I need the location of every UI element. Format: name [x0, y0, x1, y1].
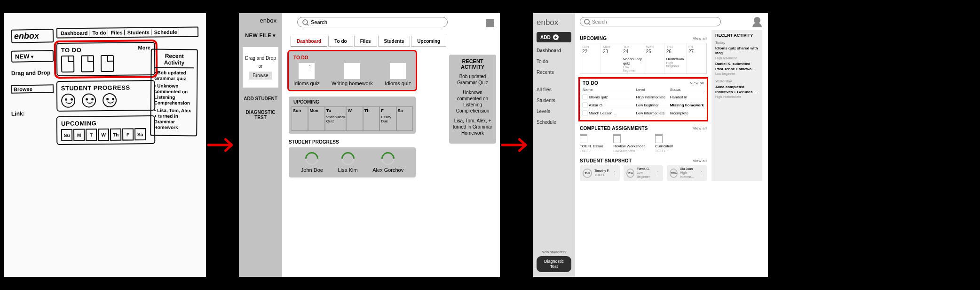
day-cell: Sa: [134, 128, 146, 140]
document-icon[interactable]: [81, 55, 94, 72]
avatar-icon[interactable]: [187, 27, 196, 36]
face-icon[interactable]: [82, 93, 96, 107]
table-row[interactable]: Idioms quizHigh intermediateHanded in: [583, 93, 704, 101]
search-icon: [584, 19, 590, 24]
activity-item: Lisa, Tom, Alex, + turned in Grammar Hom…: [453, 118, 492, 136]
document-icon: [580, 134, 587, 143]
progress-ring-icon: 13%: [626, 169, 634, 178]
view-all-link[interactable]: View all: [693, 126, 707, 130]
progress-ring-icon: 30%: [583, 169, 592, 178]
progress-arc-icon: [303, 149, 322, 168]
snapshot-item[interactable]: 13%Flavia G.Low Beginner⋮: [624, 165, 664, 181]
nav-recents[interactable]: Recents: [537, 70, 571, 75]
search-field[interactable]: [592, 19, 717, 24]
browse-button[interactable]: Browse: [249, 72, 272, 80]
more-icon[interactable]: ⋮: [612, 170, 617, 176]
activity-group-label: Today: [715, 40, 759, 45]
tab-students[interactable]: Students: [126, 29, 151, 35]
student-item[interactable]: Alex Gorchov: [372, 152, 403, 173]
tab-files[interactable]: Files: [110, 30, 125, 35]
assignment-item[interactable]: Review WorksheetLow Advanced: [613, 134, 645, 153]
face-icon[interactable]: [103, 93, 117, 107]
assignment-item[interactable]: TOEFL EssayTOEFL: [580, 134, 603, 153]
upcoming-header: UPCOMINGView all: [580, 36, 707, 41]
plus-icon: +: [553, 34, 559, 40]
new-button[interactable]: NEW: [11, 50, 54, 63]
tab-todo[interactable]: To do: [91, 30, 108, 35]
day-cell: Tue24Vocabulary quizLow beginner: [621, 43, 644, 73]
view-all-link[interactable]: View all: [693, 36, 707, 40]
document-icon[interactable]: [101, 55, 114, 72]
new-file-button[interactable]: NEW FILE ▾: [245, 32, 276, 39]
tab-upcoming[interactable]: Upcoming: [411, 36, 446, 47]
table-row[interactable]: March Lesson...Low intermediateIncomplet…: [583, 109, 704, 117]
todo-item[interactable]: Idioms quiz: [385, 63, 411, 86]
view-all-link[interactable]: View all: [690, 81, 704, 85]
tab-dashboard[interactable]: Dashboard: [59, 30, 90, 36]
tab-todo[interactable]: To do: [328, 36, 353, 47]
todo-header: TO DOView all: [583, 81, 704, 86]
day-cell: Th: [110, 129, 121, 141]
snapshot-header: STUDENT SNAPSHOTView all: [580, 158, 707, 163]
assignment-item[interactable]: CurriculumTOEFL: [655, 134, 673, 153]
todo-block: TO DO Idioms quiz Writing homework Idiom…: [289, 51, 416, 90]
nav-students[interactable]: Students: [537, 98, 571, 103]
add-student-link[interactable]: ADD STUDENT: [244, 96, 277, 101]
day-cell: Mon23: [601, 43, 621, 73]
nav-schedule[interactable]: Schedule: [537, 120, 571, 125]
search-input[interactable]: Search: [297, 17, 448, 27]
avatar-icon[interactable]: [754, 17, 762, 25]
progress-ring-icon: 82%: [670, 169, 678, 178]
student-progress-card: Student Progress: [56, 80, 156, 112]
drag-drop-label: Drag and Drop: [245, 56, 276, 61]
view-all-link[interactable]: View all: [693, 159, 707, 163]
brand-logo: enbox: [11, 29, 54, 43]
activity-item: Lisa, Tom, Alex + turned in Grammar Home…: [154, 108, 193, 131]
more-icon[interactable]: ⋮: [699, 170, 704, 176]
upcoming-card: Upcoming Su M T W Th F Sa: [56, 115, 156, 145]
document-icon: [655, 134, 663, 143]
table-row[interactable]: Askar O.Low beginnerMissing homework: [583, 101, 704, 109]
arrow-icon: [500, 129, 533, 161]
day-cell: T: [86, 129, 97, 141]
more-link[interactable]: More: [138, 45, 150, 50]
todo-card: To Do More: [56, 42, 156, 76]
progress-arc-icon: [379, 149, 397, 168]
nav-dashboard[interactable]: Dashboard: [537, 48, 571, 53]
tabs-bar: Dashboard To do Files Students Schedule: [56, 26, 198, 38]
student-item[interactable]: John Doe: [301, 152, 323, 173]
tab-students[interactable]: Students: [378, 36, 411, 47]
tab-dashboard[interactable]: Dashboard: [291, 36, 327, 47]
tab-files[interactable]: Files: [354, 36, 377, 47]
search-input[interactable]: [580, 17, 721, 26]
diagnostic-prompt: New students?: [537, 250, 571, 254]
tab-schedule[interactable]: Schedule: [153, 29, 179, 35]
nav-todo[interactable]: To do: [537, 59, 571, 64]
browse-button[interactable]: Browse: [11, 84, 54, 94]
drag-drop-label: Drag and Drop: [11, 69, 54, 77]
student-item[interactable]: Lisa Kim: [338, 152, 357, 173]
activity-group-label: Yesterday: [715, 79, 759, 83]
add-button[interactable]: ADD+: [537, 32, 571, 42]
nav-allfiles[interactable]: All files: [537, 87, 571, 92]
recent-activity-title: Recent Activity: [154, 53, 194, 69]
avatar-icon[interactable]: [486, 19, 494, 27]
day-cell: TuVocabulary Quiz: [325, 106, 347, 131]
brand-logo: enbox: [537, 18, 571, 27]
document-icon: [390, 63, 406, 79]
document-icon[interactable]: [61, 56, 74, 72]
face-icon[interactable]: [61, 94, 75, 108]
snapshot-item[interactable]: 82%Xiu JuanHigh Interme...⋮: [667, 165, 707, 181]
todo-item[interactable]: Writing homework: [332, 63, 373, 86]
diagnostic-link[interactable]: DIAGNOSTIC TEST: [242, 110, 279, 120]
activity-item: Unknown commented on Listening Comprehen…: [453, 89, 492, 114]
day-cell: Sun22: [580, 43, 601, 73]
todo-item[interactable]: Idioms quiz: [293, 63, 320, 86]
search-placeholder: Search: [311, 19, 327, 25]
upcoming-title: UPCOMING: [292, 99, 413, 105]
diagnostic-button[interactable]: Diagnostic Test: [537, 256, 571, 272]
snapshot-item[interactable]: 30%Timothy F.TOEFL⋮: [580, 165, 620, 181]
more-icon[interactable]: ⋮: [656, 170, 660, 176]
drag-drop-zone[interactable]: Drag and Drop or Browse: [243, 47, 278, 88]
nav-levels[interactable]: Levels: [537, 109, 571, 114]
